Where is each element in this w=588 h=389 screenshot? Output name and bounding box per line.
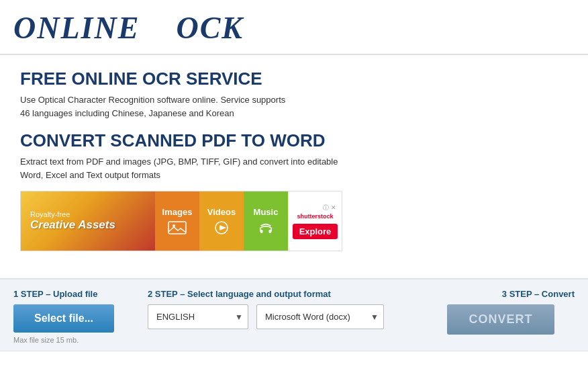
header: ONLINE OCK (0, 0, 588, 54)
images-icon (166, 220, 188, 236)
step-1: 1 STEP – Upload file Select file... Max … (13, 289, 134, 351)
step-2: 2 STEP – Select language and output form… (134, 289, 447, 341)
ad-images-label: Images (162, 207, 193, 217)
service-title: FREE ONLINE OCR SERVICE (20, 69, 568, 89)
step-3: 3 STEP – Convert CONVERT (447, 289, 575, 335)
step2-content: ENGLISHFRENCHGERMANSPANISHCHINESEJAPANES… (148, 304, 447, 341)
step1-label: 1 STEP – Upload file (13, 289, 134, 299)
videos-icon (211, 220, 232, 236)
ad-explore-btn[interactable]: Explore (293, 224, 338, 239)
language-select[interactable]: ENGLISHFRENCHGERMANSPANISHCHINESEJAPANES… (148, 304, 248, 329)
select-file-button[interactable]: Select file... (13, 304, 114, 333)
service-desc-line1: Use Optical Character Recognition softwa… (20, 95, 285, 105)
ad-royalty-text: Royalty-free (30, 210, 146, 218)
ad-music-category[interactable]: Music (244, 191, 288, 251)
ad-shutterstock[interactable]: ⓘ ✕ shutterstock Explore (288, 191, 342, 251)
logo: ONLINE OCK (13, 7, 575, 47)
music-icon (255, 220, 277, 236)
convert-desc-line2: Word, Excel and Text output formats (20, 170, 160, 180)
svg-rect-0 (168, 222, 186, 234)
shutterstock-logo: shutterstock (297, 212, 333, 220)
svg-marker-3 (219, 225, 226, 230)
ad-images-category[interactable]: Images (155, 191, 199, 251)
main-content: FREE ONLINE OCR SERVICE Use Optical Char… (0, 55, 588, 278)
format-select-wrapper: Microsoft Word (docx)Microsoft Excel (xl… (256, 304, 384, 329)
steps-bar: 1 STEP – Upload file Select file... Max … (0, 279, 588, 351)
convert-button[interactable]: CONVERT (447, 304, 554, 335)
convert-desc: Extract text from PDF and images (JPG, B… (20, 155, 568, 181)
ad-creative-text: Creative Assets (30, 218, 146, 232)
ad-left-panel: Royalty-free Creative Assets (21, 191, 155, 251)
format-select[interactable]: Microsoft Word (docx)Microsoft Excel (xl… (256, 304, 384, 329)
ad-banner: Royalty-free Creative Assets Images Vide… (20, 191, 342, 251)
ad-videos-label: Videos (207, 207, 236, 217)
service-desc-line2: 46 languages including Chinese, Japanese… (20, 108, 234, 118)
ad-videos-category[interactable]: Videos (199, 191, 244, 251)
logo-text: ONLINE OCK (13, 9, 244, 46)
step3-label: 3 STEP – Convert (447, 289, 575, 299)
step2-label: 2 STEP – Select language and output form… (148, 289, 447, 299)
language-select-wrapper: ENGLISHFRENCHGERMANSPANISHCHINESEJAPANES… (148, 304, 248, 329)
file-size-note: Max file size 15 mb. (13, 336, 134, 351)
ad-music-label: Music (254, 207, 279, 217)
convert-desc-line1: Extract text from PDF and images (JPG, B… (20, 157, 338, 167)
service-desc: Use Optical Character Recognition softwa… (20, 93, 568, 120)
convert-title: CONVERT SCANNED PDF TO WORD (20, 130, 568, 151)
